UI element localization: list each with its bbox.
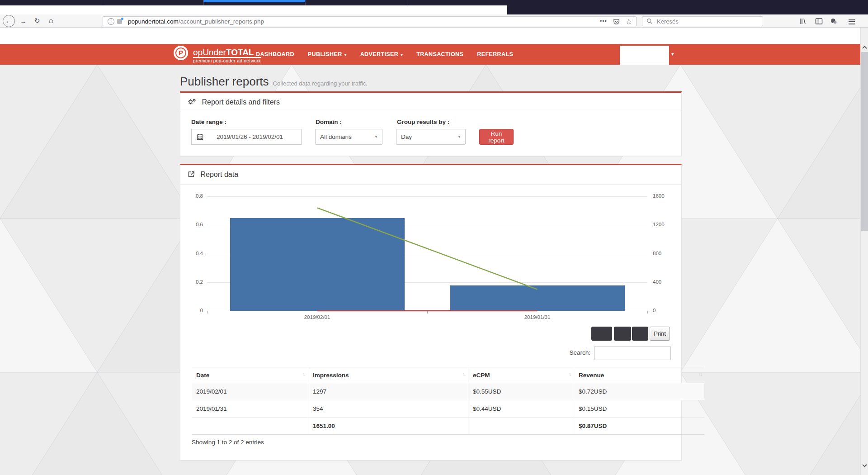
- browser-toolbar: ← → ↻ ⌂ i popundertotal.com/account_publ…: [0, 14, 868, 28]
- chevron-down-icon: ▼: [374, 135, 378, 139]
- nav-item-publisher[interactable]: PUBLISHER▾: [308, 51, 347, 57]
- column-header-revenue[interactable]: Revenue↑↓: [574, 367, 705, 383]
- scroll-down-icon[interactable]: [861, 463, 868, 468]
- tab-separator: [407, 0, 407, 5]
- table-row: 2019/02/011297$0.55USD$0.72USD: [192, 383, 704, 400]
- calendar-addon[interactable]: [191, 129, 208, 145]
- table-footer-cell: [468, 418, 574, 435]
- library-icon: [799, 18, 807, 25]
- export-button-2[interactable]: [614, 327, 631, 341]
- forward-button[interactable]: →: [20, 18, 27, 24]
- report-chart: 000.24000.48000.612000.816002019/02/0120…: [180, 165, 682, 346]
- sort-icon[interactable]: ↑↓: [302, 371, 305, 377]
- run-report-button[interactable]: Run report: [479, 129, 514, 145]
- table-footer-cell: $0.87USD: [574, 418, 705, 435]
- report-table: Date↑↓Impressions↑↓eCPM↑↓Revenue↑↓ 2019/…: [192, 367, 704, 435]
- home-button[interactable]: ⌂: [49, 17, 53, 24]
- table-cell: 354: [308, 400, 468, 418]
- left-axis-label: 0.4: [183, 251, 203, 256]
- domain-select[interactable]: All domains▼: [315, 129, 382, 145]
- left-axis-label: 0: [183, 308, 203, 313]
- cogs-icon: [188, 98, 196, 105]
- bookmark-star-icon[interactable]: ☆: [626, 17, 632, 26]
- scrollbar[interactable]: [860, 28, 868, 475]
- nav-item-dashboard[interactable]: DASHBOARD: [256, 51, 294, 57]
- page-actions-icon[interactable]: •••: [600, 18, 607, 24]
- column-header-ecpm[interactable]: eCPM↑↓: [468, 367, 574, 383]
- x-axis-tick: [647, 311, 648, 314]
- sidebar-button[interactable]: [815, 18, 823, 26]
- tab-4[interactable]: [305, 0, 407, 5]
- nav-menu: DASHBOARDPUBLISHER▾ADVERTISER▾TRANSACTIO…: [256, 44, 513, 65]
- nav-item-transactions[interactable]: TRANSACTIONS: [416, 51, 463, 57]
- table-footer-cell: 1651.00: [308, 418, 468, 435]
- browser-search-input[interactable]: [656, 18, 763, 25]
- sort-icon[interactable]: ↑↓: [568, 371, 571, 377]
- table-cell: $0.44USD: [468, 400, 574, 418]
- user-menu-caret-icon[interactable]: ▾: [671, 51, 674, 57]
- table-cell: 2019/02/01: [192, 383, 308, 400]
- column-header-impressions[interactable]: Impressions↑↓: [308, 367, 468, 383]
- site-navbar: P opUnderTOTAL premium pop-under ad netw…: [0, 44, 860, 65]
- library-button[interactable]: [799, 18, 807, 26]
- screen: ∞ × ← → ↻ ⌂ i popundertotal.com/account_…: [0, 0, 868, 475]
- right-axis-label: 0: [653, 308, 673, 313]
- page-top-whitespace: [0, 28, 860, 44]
- sort-icon[interactable]: ↑↓: [462, 371, 465, 377]
- brand-wordmark[interactable]: opUnderTOTAL premium pop-under ad networ…: [193, 48, 261, 63]
- scrollbar-thumb[interactable]: [861, 52, 868, 231]
- export-button-1[interactable]: [591, 327, 612, 341]
- url-domain: popundertotal.com: [128, 18, 179, 25]
- pocket-icon[interactable]: [613, 18, 620, 25]
- sort-icon[interactable]: ↑↓: [698, 371, 702, 377]
- active-tab-indicator: [203, 0, 305, 2]
- group-by-label: Group results by :: [397, 119, 449, 125]
- chevron-down-icon: ▾: [401, 52, 403, 57]
- scroll-up-icon[interactable]: [861, 45, 868, 50]
- table-cell: $0.55USD: [468, 383, 574, 400]
- table-search-label: Search:: [556, 349, 590, 356]
- right-axis-label: 1200: [653, 222, 673, 227]
- tab-bar[interactable]: [0, 0, 507, 5]
- print-button[interactable]: Print: [650, 327, 670, 341]
- table-summary: Showing 1 to 2 of 2 entries: [192, 439, 264, 446]
- site-info-icon[interactable]: i: [108, 18, 114, 25]
- brand-tagline: premium pop-under ad network: [193, 58, 261, 63]
- date-range-input[interactable]: 2019/01/26 - 2019/02/01: [208, 129, 302, 145]
- tab-separator: [305, 0, 306, 5]
- hamburger-icon: [849, 19, 855, 20]
- titlebar-overlap-area: [0, 5, 507, 14]
- reload-button[interactable]: ↻: [34, 17, 40, 24]
- table-footer-row: 1651.00$0.87USD: [192, 418, 704, 435]
- tab-5[interactable]: [407, 0, 509, 5]
- url-path: /account_publisher_reports.php: [179, 18, 264, 25]
- x-axis-label: 2019/01/31: [508, 314, 567, 320]
- table-header-row: Date↑↓Impressions↑↓eCPM↑↓Revenue↑↓: [192, 367, 704, 383]
- tab-2[interactable]: [102, 0, 203, 5]
- account-button[interactable]: [830, 18, 838, 26]
- x-axis-label: 2019/02/01: [288, 314, 347, 320]
- left-axis-label: 0.6: [183, 222, 203, 227]
- tab-1[interactable]: [0, 0, 102, 5]
- menu-button[interactable]: [849, 18, 855, 25]
- url-bar[interactable]: i popundertotal.com/account_publisher_re…: [103, 16, 637, 26]
- account-icon: [830, 18, 838, 25]
- page-subtitle: Collected data regarding your traffic.: [273, 80, 368, 87]
- chevron-down-icon: ▼: [458, 135, 461, 139]
- sidebar-icon: [815, 18, 823, 25]
- table-cell: 2019/01/31: [192, 400, 308, 418]
- group-by-select[interactable]: Day▼: [396, 129, 466, 145]
- domain-label: Domain :: [316, 119, 342, 125]
- table-search-input[interactable]: [594, 347, 671, 360]
- nav-item-advertiser[interactable]: ADVERTISER▾: [360, 51, 403, 57]
- column-header-date[interactable]: Date↑↓: [192, 367, 308, 383]
- brand-logo-icon[interactable]: P: [174, 46, 188, 60]
- user-menu[interactable]: [620, 46, 669, 65]
- back-button[interactable]: ←: [3, 15, 15, 27]
- nav-item-referrals[interactable]: REFERRALS: [477, 51, 513, 57]
- bar-2019/02/01: [230, 218, 405, 311]
- export-button-3[interactable]: [632, 327, 648, 341]
- tab-separator: [102, 0, 102, 5]
- browser-search[interactable]: [642, 16, 763, 26]
- forward-icon: →: [20, 17, 27, 25]
